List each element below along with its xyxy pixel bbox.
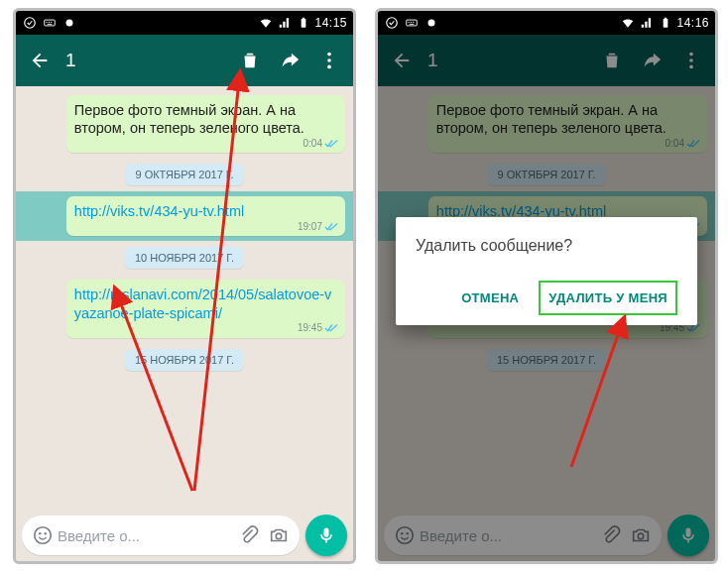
svg-point-22 (413, 22, 414, 23)
svg-point-6 (66, 20, 73, 27)
svg-point-4 (51, 22, 52, 23)
svg-rect-19 (407, 20, 418, 26)
dialog-title: Удалить сообщение? (416, 237, 677, 255)
selected-message-row[interactable]: http://viks.tv/434-yu-tv.html 19:07 (16, 191, 353, 241)
svg-point-9 (327, 53, 331, 57)
read-ticks-icon (324, 139, 338, 149)
app-indicator-icon (22, 15, 38, 31)
message-link[interactable]: http://viks.tv/434-yu-tv.html (74, 203, 244, 219)
chat-area[interactable]: Первое фото темный экран. А на втором, о… (16, 86, 353, 510)
date-chip: 9 ОКТЯБРЯ 2017 Г. (125, 164, 243, 185)
message-bubble[interactable]: Первое фото темный экран. А на втором, о… (66, 95, 345, 153)
svg-rect-25 (664, 19, 668, 28)
svg-point-11 (327, 65, 331, 69)
read-ticks-icon (324, 222, 338, 232)
message-input[interactable]: Введите о... (22, 516, 300, 555)
svg-point-18 (387, 18, 398, 29)
svg-point-15 (276, 533, 282, 539)
battery-icon (658, 15, 673, 31)
svg-rect-1 (45, 20, 56, 26)
message-bubble[interactable]: http://mslanavi.com/2014/05/salatovoe-vy… (66, 280, 345, 337)
camera-icon[interactable] (264, 520, 294, 550)
phone-screenshot-left: 14:15 1 Первое фото темный экран. А на в… (13, 8, 356, 564)
notification-icon (424, 15, 439, 31)
svg-rect-26 (665, 18, 667, 19)
selection-count: 1 (65, 50, 76, 71)
message-time: 0:04 (303, 138, 322, 151)
message-input-bar: Введите о... (16, 510, 353, 561)
wifi-icon (620, 15, 636, 31)
svg-point-12 (35, 527, 52, 544)
selection-toolbar: 1 (16, 35, 353, 86)
status-clock: 14:16 (676, 16, 709, 30)
cancel-button[interactable]: ОТМЕНА (453, 283, 527, 313)
overflow-menu-icon[interactable] (309, 41, 349, 80)
svg-point-20 (409, 22, 410, 23)
svg-point-14 (45, 532, 47, 534)
signal-icon (639, 15, 655, 31)
svg-point-2 (47, 22, 48, 23)
delete-for-me-button[interactable]: УДАЛИТЬ У МЕНЯ (539, 281, 677, 315)
svg-rect-7 (302, 19, 306, 28)
read-ticks-icon (324, 323, 338, 333)
delete-confirm-dialog: Удалить сообщение? ОТМЕНА УДАЛИТЬ У МЕНЯ (396, 217, 697, 325)
attach-icon[interactable] (234, 520, 264, 550)
keyboard-icon (42, 15, 58, 31)
message-link[interactable]: http://mslanavi.com/2014/05/salatovoe-vy… (74, 287, 332, 320)
svg-rect-5 (48, 24, 53, 25)
svg-point-10 (327, 58, 331, 62)
signal-icon (277, 15, 293, 31)
forward-icon[interactable] (270, 41, 309, 80)
svg-rect-8 (303, 18, 304, 19)
message-bubble[interactable]: http://viks.tv/434-yu-tv.html 19:07 (66, 196, 345, 236)
phone-screenshot-right: 14:16 1 Первое фото темный экран. А на в… (375, 8, 718, 564)
date-chip: 15 НОЯБРЯ 2017 Г. (125, 349, 244, 371)
battery-icon (296, 15, 311, 31)
app-indicator-icon (384, 15, 400, 31)
notification-icon (61, 15, 77, 31)
voice-record-button[interactable] (305, 515, 347, 556)
svg-point-0 (25, 18, 36, 29)
message-time: 19:45 (298, 322, 322, 335)
svg-point-21 (411, 22, 412, 23)
svg-point-13 (39, 532, 41, 534)
svg-rect-23 (410, 24, 415, 25)
delete-icon[interactable] (230, 41, 270, 80)
status-bar: 14:16 (378, 11, 715, 35)
emoji-icon[interactable] (28, 520, 58, 550)
message-time: 19:07 (298, 221, 322, 234)
svg-point-3 (49, 22, 50, 23)
back-arrow-icon[interactable] (20, 41, 60, 80)
input-placeholder: Введите о... (58, 527, 234, 544)
keyboard-icon (404, 15, 420, 31)
status-clock: 14:15 (314, 16, 347, 30)
date-chip: 10 НОЯБРЯ 2017 Г. (125, 247, 244, 269)
status-bar: 14:15 (16, 11, 353, 35)
svg-point-24 (428, 20, 435, 27)
wifi-icon (258, 15, 274, 31)
message-text: Первое фото темный экран. А на втором, о… (74, 102, 304, 136)
